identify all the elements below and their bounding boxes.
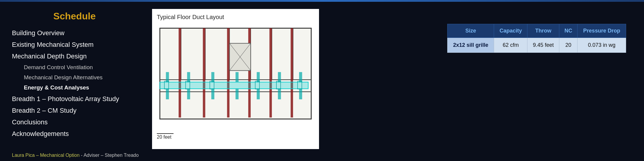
sidebar: Schedule Building Overview Existing Mech… [0,2,149,161]
floor-plan-title: Typical Floor Duct Layout [157,14,314,21]
svg-rect-12 [248,28,251,118]
td-nc: 20 [559,38,578,53]
sidebar-item-building-overview[interactable]: Building Overview [12,27,137,39]
svg-rect-17 [166,72,169,82]
right-panel: Size Capacity Throw NC Pressure Drop 2x1… [447,24,626,53]
table-header-row: Size Capacity Throw NC Pressure Drop [448,24,626,38]
td-pressure-drop: 0.073 in wg [578,38,626,53]
sidebar-item-conclusions[interactable]: Conclusions [12,116,137,128]
svg-rect-16 [160,82,308,89]
credit-normal: - Adviser – Stephen Treado [80,153,139,158]
sidebar-item-demand-control[interactable]: Demand Control Ventilation [12,62,137,72]
svg-rect-24 [166,89,169,100]
svg-rect-13 [270,28,272,118]
data-table: Size Capacity Throw NC Pressure Drop 2x1… [447,24,626,53]
scale-label: 20 feet [157,134,171,140]
svg-rect-27 [236,89,239,100]
credit-line: Laura Pica – Mechanical Option - Adviser… [12,153,139,158]
td-capacity: 62 cfm [494,38,527,53]
svg-rect-26 [211,89,214,100]
th-nc: NC [559,24,578,38]
td-throw: 9.45 feet [527,38,559,53]
svg-rect-11 [227,28,230,118]
svg-rect-14 [291,28,293,118]
sidebar-item-breadth-cm[interactable]: Breadth 2 – CM Study [12,105,137,116]
floor-plan-svg [157,23,314,130]
svg-rect-21 [257,72,260,82]
svg-rect-19 [211,72,214,82]
svg-rect-10 [203,28,205,118]
sidebar-item-mechanical-alternatives[interactable]: Mechanical Design Alternatives [12,72,137,83]
sidebar-item-energy-cost[interactable]: Energy & Cost Analyses [12,83,137,93]
scale-bar: 20 feet [157,133,174,140]
svg-rect-29 [278,89,281,100]
th-pressure-drop: Pressure Drop [578,24,626,38]
svg-rect-9 [179,28,181,118]
svg-rect-30 [299,89,302,100]
th-size: Size [448,24,494,38]
svg-rect-23 [299,72,302,82]
sidebar-item-breadth-pv[interactable]: Breadth 1 – Photovoltaic Array Study [12,93,137,105]
svg-rect-18 [187,72,190,82]
sidebar-item-acknowledgements[interactable]: Acknowledgements [12,128,137,140]
sidebar-item-mechanical-depth[interactable]: Mechanical Depth Design [12,50,137,62]
sidebar-title: Schedule [12,11,137,22]
th-capacity: Capacity [494,24,527,38]
svg-rect-25 [187,89,190,100]
td-size: 2x12 sill grille [448,38,494,53]
table-row: 2x12 sill grille 62 cfm 9.45 feet 20 0.0… [448,38,626,53]
floor-plan-panel: Typical Floor Duct Layout [152,9,319,149]
credit-highlighted: Laura Pica – Mechanical Option [12,153,80,158]
floor-plan-canvas [157,23,314,130]
svg-rect-22 [278,72,281,82]
svg-rect-20 [236,72,239,82]
floor-plan-footer: 20 feet [157,133,314,140]
svg-rect-28 [257,89,260,100]
sidebar-item-existing-mechanical[interactable]: Existing Mechanical System [12,39,137,50]
th-throw: Throw [527,24,559,38]
